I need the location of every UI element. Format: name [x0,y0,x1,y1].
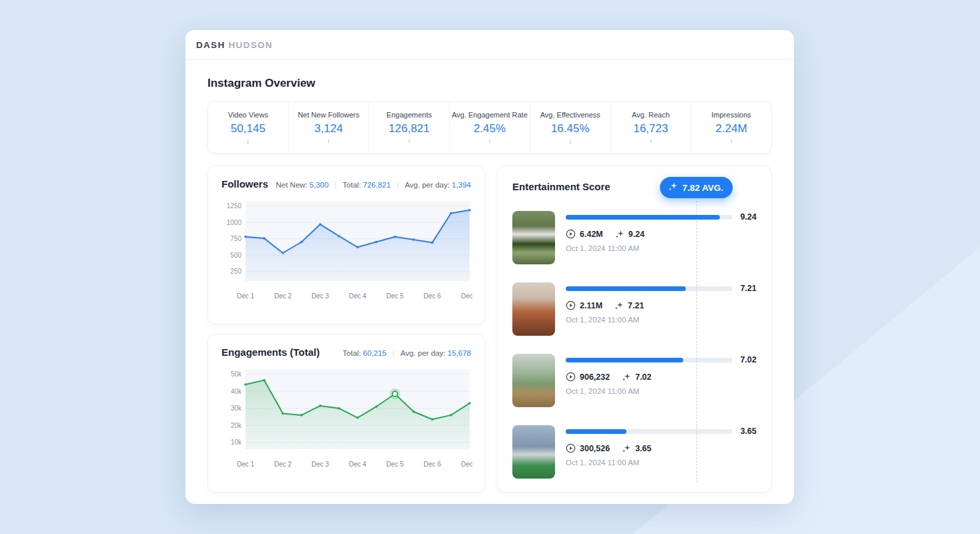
followers-panel-header: Followers Net New:5,300|Total:726,821|Av… [221,178,471,190]
kpi-engagements: Engagements 126,821 ↑ [368,102,449,153]
svg-text:Dec 4: Dec 4 [349,292,367,300]
svg-text:20k: 20k [231,422,242,429]
post-timestamp: Oct 1, 2024 11:00 AM [566,459,757,467]
post-details: 7.21 2.11M 7.21 Oct 1, 2024 11:00 AM [566,282,757,336]
engagements-stats: Total:60,215|Avg. per day:15,678 [343,349,471,357]
sparkle-icon [622,444,631,453]
svg-text:500: 500 [230,252,241,259]
svg-text:Dec 1: Dec 1 [237,292,255,300]
entertainment-post-row[interactable]: 9.24 6.42M 9.24 Oct 1, 2024 11:00 AM [512,211,757,264]
kpi-summary-bar: Video Views 50,145 ↓ Net New Followers 3… [207,101,772,154]
score-bar-track [566,429,732,434]
left-column: Followers Net New:5,300|Total:726,821|Av… [207,166,485,493]
kpi-net-new-followers: Net New Followers 3,124 ↑ [288,102,369,153]
svg-text:1250: 1250 [227,202,242,210]
trend-down-arrow-icon: ↓ [530,138,610,145]
svg-text:10k: 10k [231,439,242,446]
sparkle-icon [622,372,631,382]
trend-up-arrow-icon: ↑ [611,138,691,145]
score-bar-fill [566,215,720,220]
score-value: 3.65 [741,427,757,436]
kpi-value: 16.45% [530,122,610,136]
trend-down-arrow-icon: ↓ [208,138,288,145]
engagements-panel: Engagements (Total) Total:60,215|Avg. pe… [207,334,485,493]
kpi-value: 50,145 [208,122,288,136]
entertainment-post-row[interactable]: 7.21 2.11M 7.21 Oct 1, 2024 11:00 AM [512,282,757,336]
video-views-metric: 6.42M [566,229,603,239]
svg-text:Dec 5: Dec 5 [386,292,404,300]
stat-value: 15,678 [448,349,471,357]
entertainment-post-row[interactable]: 7.02 906,232 7.02 Oct 1, 2024 11:00 AM [512,354,757,407]
average-score-badge: 7.82 AVG. [660,177,733,198]
stat-total: Total:60,215 [343,349,387,357]
football-players-photo[interactable] [512,211,555,264]
followers-title: Followers [221,178,268,190]
svg-text:Dec 3: Dec 3 [312,292,330,300]
entertainment-post-row[interactable]: 3.65 300,526 3.65 Oct 1, 2024 11:00 AM [512,425,757,479]
stat-value: 726,821 [363,181,391,189]
post-details: 3.65 300,526 3.65 Oct 1, 2024 11:00 AM [566,425,757,479]
kpi-video-views: Video Views 50,145 ↓ [208,102,288,153]
trend-up-arrow-icon: ↑ [289,138,369,145]
video-views-metric: 2.11M [566,300,602,310]
kpi-impressions: Impressions 2.24M ↑ [690,102,771,153]
svg-text:Dec 6: Dec 6 [424,461,442,468]
score-bar-fill [566,429,626,434]
views-count: 2.11M [580,301,602,310]
followers-stats: Net New:5,300|Total:726,821|Avg. per day… [276,181,472,189]
entertainment-score-metric: 9.24 [615,230,644,239]
stadium-crowd-photo[interactable] [512,425,555,479]
svg-text:Dec 7: Dec 7 [461,461,472,468]
stat-net-new: Net New:5,300 [276,181,329,189]
stat-separator: | [335,181,337,189]
dashboard-window: DASH HUDSON Instagram Overview Video Vie… [185,30,794,504]
post-timestamp: Oct 1, 2024 11:00 AM [566,244,757,252]
kpi-avg-effectiveness: Avg. Effectiveness 16.45% ↓ [530,102,610,153]
views-count: 300,526 [580,444,610,453]
kpi-value: 2.45% [450,122,530,136]
kpi-avg-engagement-rate: Avg. Engagement Rate 2.45% ↑ [449,102,530,153]
area-chart-svg: 10k20k30k40k50kDec 1Dec 2Dec 3Dec 4Dec 5… [221,365,472,471]
followers-line-chart[interactable]: 25050075010001250Dec 1Dec 2Dec 3Dec 4Dec… [221,197,471,305]
kpi-value: 16,723 [611,122,691,136]
score-bar-track [566,215,732,220]
post-metrics: 906,232 7.02 [566,372,757,382]
dashboard-content: Instagram Overview Video Views 50,145 ↓ … [185,60,794,493]
sparkle-icon [615,230,624,239]
entertainment-score-metric: 7.02 [622,372,651,382]
svg-text:Dec 2: Dec 2 [274,292,292,300]
baseball-slide-photo[interactable] [512,354,555,407]
kpi-label: Avg. Effectiveness [530,111,610,119]
svg-text:Dec 7: Dec 7 [461,292,472,300]
entertainment-score-metric: 7.21 [614,301,644,310]
podcast-woman-photo[interactable] [512,282,555,336]
views-count: 6.42M [580,230,603,239]
stat-separator: | [397,181,399,189]
svg-text:Dec 3: Dec 3 [312,461,330,468]
followers-panel: Followers Net New:5,300|Total:726,821|Av… [207,166,485,324]
svg-text:Dec 1: Dec 1 [237,461,255,468]
kpi-label: Engagements [369,111,449,119]
post-metrics: 6.42M 9.24 [566,229,757,239]
score-value: 7.02 [741,355,757,364]
score-bar-track [566,358,732,362]
post-timestamp: Oct 1, 2024 11:00 AM [566,387,757,395]
views-count: 906,232 [580,372,610,382]
logo-light: HUDSON [229,40,273,50]
svg-text:40k: 40k [231,388,242,395]
engagements-area-chart[interactable]: 10k20k30k40k50kDec 1Dec 2Dec 3Dec 4Dec 5… [221,365,471,473]
trend-up-arrow-icon: ↑ [450,138,530,145]
svg-text:1000: 1000 [227,219,242,226]
line-chart-svg: 25050075010001250Dec 1Dec 2Dec 3Dec 4Dec… [221,197,472,302]
kpi-label: Impressions [691,111,771,119]
kpi-value: 126,821 [369,122,449,136]
post-metrics: 2.11M 7.21 [566,300,757,310]
entertainment-rows: 9.24 6.42M 9.24 Oct 1, 2024 11:00 AM 7.2… [512,211,757,479]
sparkle-icon [668,182,678,194]
dash-hudson-logo[interactable]: DASH HUDSON [196,40,273,50]
play-circle-icon [566,300,576,310]
play-circle-icon [566,372,576,382]
score-bar-line: 7.21 [566,284,757,293]
score-count: 9.24 [628,230,644,239]
svg-text:Dec 2: Dec 2 [274,461,292,468]
